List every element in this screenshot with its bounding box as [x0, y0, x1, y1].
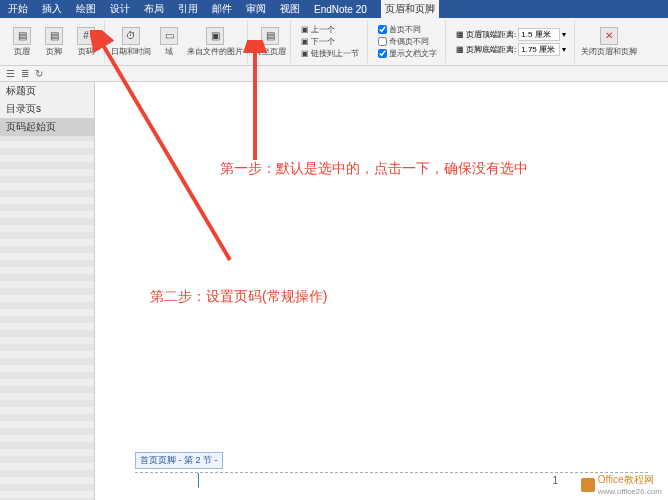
nav-item-0[interactable]: 标题页	[0, 82, 94, 100]
chk-odd-diff[interactable]: 奇偶页不同	[378, 36, 437, 47]
menu-5[interactable]: 引用	[178, 2, 198, 16]
nav-empty	[0, 136, 94, 500]
menu-7[interactable]: 审阅	[246, 2, 266, 16]
menu-3[interactable]: 设计	[110, 2, 130, 16]
watermark-icon	[581, 478, 595, 492]
nav-item-2[interactable]: 页码起始页	[0, 118, 94, 136]
close-hf-button[interactable]: ✕关闭页眉和页脚	[581, 27, 637, 57]
chk-show-text[interactable]: 显示文档文字	[378, 48, 437, 59]
outline-icon[interactable]: ☰	[6, 68, 15, 79]
footer-distance[interactable]: ▦ 页脚底端距离:1.75 厘米 ▾	[456, 43, 566, 56]
annotation-step1: 第一步：默认是选中的，点击一下，确保没有选中	[220, 160, 528, 178]
nav-prev[interactable]: ▣ 上一个	[301, 24, 359, 35]
menu-2[interactable]: 绘图	[76, 2, 96, 16]
footer-button[interactable]: ▤页脚	[40, 27, 68, 57]
chk-first-diff[interactable]: 首页不同	[378, 24, 437, 35]
header-button[interactable]: ▤页眉	[8, 27, 36, 57]
nav-next[interactable]: ▣ 下一个	[301, 36, 359, 47]
svg-line-0	[100, 40, 230, 260]
nav-items: 标题页目录页s页码起始页	[0, 82, 94, 136]
header-distance[interactable]: ▦ 页眉顶端距离:1.5 厘米 ▾	[456, 28, 566, 41]
list-icon[interactable]: ≣	[21, 68, 29, 79]
redo-icon[interactable]: ↻	[35, 68, 43, 79]
menu-6[interactable]: 邮件	[212, 2, 232, 16]
footer-line[interactable]: │ 1	[135, 472, 648, 490]
menu-4[interactable]: 布局	[144, 2, 164, 16]
text-cursor: │	[195, 473, 203, 487]
footer-section-tag: 首页页脚 - 第 2 节 -	[135, 452, 223, 469]
menu-10[interactable]: 页眉和页脚	[381, 0, 439, 18]
arrow-2	[230, 40, 290, 170]
menu-bar: 开始插入绘图设计布局引用邮件审阅视图EndNote 20页眉和页脚	[0, 0, 668, 18]
nav-pane: 标题页目录页s页码起始页	[0, 82, 95, 500]
menu-1[interactable]: 插入	[42, 2, 62, 16]
watermark: Office教程网 www.office26.com	[581, 473, 662, 496]
nav-link[interactable]: ▣ 链接到上一节	[301, 48, 359, 59]
menu-8[interactable]: 视图	[280, 2, 300, 16]
nav-item-1[interactable]: 目录页s	[0, 100, 94, 118]
annotation-step2: 第二步：设置页码(常规操作)	[150, 288, 327, 306]
menu-0[interactable]: 开始	[8, 2, 28, 16]
menu-9[interactable]: EndNote 20	[314, 4, 367, 15]
page-number: 1	[552, 475, 558, 486]
